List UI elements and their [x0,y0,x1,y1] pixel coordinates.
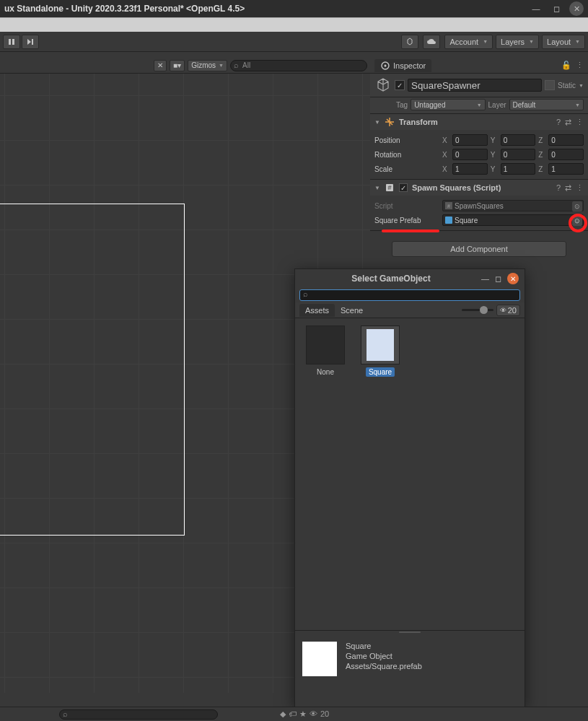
position-x[interactable] [452,134,488,146]
script-component-icon: # [385,183,395,193]
tag-label: Tag [396,101,408,109]
transform-icon [385,117,395,127]
menu-icon[interactable]: ⋮ [576,183,584,193]
help-icon[interactable]: ? [556,118,561,127]
status-bar: ◆ 🏷 ★ 👁 20 [0,707,588,721]
asset-square[interactable]: Square [357,325,403,377]
eye-off-icon: 👁 [500,307,506,314]
tab-assets[interactable]: Assets [299,304,335,317]
lock-icon[interactable]: 🔓 [561,61,571,70]
window-titlebar: ux Standalone - Unity 2020.3.23f1 Person… [0,0,588,17]
chevron-down-icon: ▼ [483,39,488,44]
layout-dropdown[interactable]: Layout ▼ [542,35,585,49]
gameobject-enabled-checkbox[interactable] [395,80,405,90]
add-component-button[interactable]: Add Component [392,241,566,257]
layout-label: Layout [547,38,571,46]
inspector-tab-bar: i Inspector 🔓 ⋮ [370,58,588,74]
gizmos-dropdown[interactable]: Gizmos ▼ [188,60,227,71]
static-dropdown-icon[interactable]: ▼ [579,83,584,88]
rotation-z[interactable] [548,149,584,160]
rotation-row: Rotation X Y Z [374,147,584,162]
spawn-squares-header[interactable]: ▼ # Spawn Squares (Script) ? ⇄ ⋮ [370,180,588,196]
fold-icon: ▼ [374,119,380,126]
tag-dropdown[interactable]: Untagged ▼ [411,99,485,110]
account-label: Account [449,38,478,46]
inspector-tab[interactable]: i Inspector [374,59,431,72]
cloud-button[interactable] [423,35,440,49]
tools-button[interactable]: ✕ [154,60,167,71]
popup-minimize-button[interactable]: — [481,274,489,283]
script-field[interactable]: # SpawnSquares ⊙ [442,200,584,211]
script-enabled-checkbox[interactable] [399,183,408,192]
footer-preview [302,642,337,676]
svg-rect-3 [32,39,33,45]
inspector-icon: i [380,61,390,71]
layers-dropdown[interactable]: Layers ▼ [496,35,539,49]
camera-bounds [0,204,185,536]
tag-icon[interactable]: 🏷 [289,709,297,719]
close-button[interactable]: ✕ [569,1,584,16]
svg-marker-2 [27,39,31,45]
object-picker-icon[interactable]: ⊙ [572,201,582,211]
maximize-button[interactable]: ◻ [549,1,563,16]
popup-search-input[interactable] [299,289,520,301]
scene-search-input[interactable]: All [230,60,367,71]
camera-button[interactable]: ■▾ [170,60,185,71]
rotation-x[interactable] [452,149,488,160]
none-thumb [306,325,345,364]
pause-button[interactable] [3,35,20,49]
inspector-panel: i Inspector 🔓 ⋮ Static ▼ Tag Untagged ▼ … [370,58,588,267]
collab-button[interactable] [401,35,418,49]
rotation-y[interactable] [501,149,536,160]
help-icon[interactable]: ? [556,183,561,193]
square-prefab-field[interactable]: Square ⊙ [442,214,584,226]
star-icon[interactable]: ★ [299,709,307,719]
select-gameobject-popup: Select GameObject — ◻ ✕ Assets Scene 👁 2… [294,268,525,707]
position-z[interactable] [548,134,584,146]
gameobject-header: Static ▼ [370,74,588,97]
square-thumb [361,325,400,364]
gameobject-icon[interactable] [374,77,392,94]
annotation-underline-prefab [382,230,439,232]
panel-menu-icon[interactable]: ⋮ [576,61,584,70]
gameobject-name-input[interactable] [408,79,542,92]
chevron-down-icon: ▼ [575,39,580,44]
step-button[interactable] [22,35,39,49]
static-checkbox[interactable] [545,80,555,90]
prefab-icon [445,217,452,224]
popup-size-slider[interactable]: 👁 20 [462,305,520,316]
layer-dropdown[interactable]: Default ▼ [509,99,584,110]
popup-title: Select GameObject [301,274,481,284]
project-search-input[interactable] [59,709,218,720]
svg-rect-1 [12,39,14,45]
position-y[interactable] [501,134,536,146]
preset-icon[interactable]: ⇄ [565,183,571,193]
eye-icon[interactable]: 👁 [310,709,317,719]
popup-footer: Square Game Object Assets/Square.prefab [295,634,525,707]
scale-z[interactable] [548,163,584,175]
preset-icon[interactable]: ⇄ [565,118,571,127]
tab-scene[interactable]: Scene [335,304,369,317]
square-prefab-row: Square Prefab Square ⊙ [374,213,584,227]
menubar-gap [0,17,588,32]
popup-close-button[interactable]: ✕ [507,273,519,284]
svg-text:i: i [385,64,385,68]
static-label: Static [558,82,576,89]
asset-none[interactable]: None [302,325,348,377]
account-dropdown[interactable]: Account ▼ [444,35,493,49]
script-row: Script # SpawnSquares ⊙ [374,198,584,213]
svg-rect-0 [9,39,11,45]
scene-toolbar: ✕ ■▾ Gizmos ▼ All [0,58,370,74]
csharp-icon: # [445,202,452,209]
scale-x[interactable] [452,163,488,175]
menu-icon[interactable]: ⋮ [576,118,584,127]
scale-y[interactable] [501,163,536,175]
minimize-button[interactable]: — [529,1,543,16]
popup-maximize-button[interactable]: ◻ [495,274,501,284]
filter-icon[interactable]: ◆ [280,709,286,719]
transform-header[interactable]: ▼ Transform ? ⇄ ⋮ [370,114,588,130]
status-count: 20 [320,709,329,719]
spawn-squares-component: ▼ # Spawn Squares (Script) ? ⇄ ⋮ Script … [370,180,588,231]
position-row: Position X Y Z [374,133,584,147]
footer-path: Assets/Square.prefab [346,662,422,670]
